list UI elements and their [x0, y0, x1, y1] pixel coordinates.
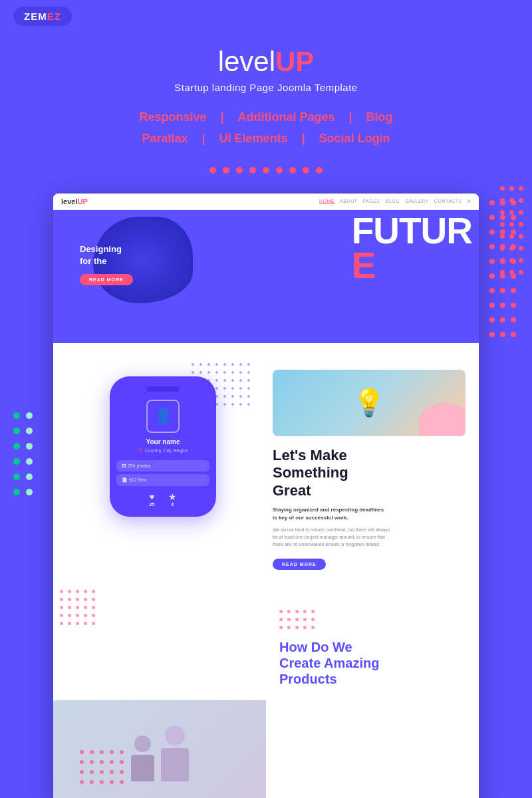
dot-1: [209, 167, 216, 174]
bottom-left-dots-decor: [60, 590, 266, 700]
phone-user-name: Your name: [116, 438, 209, 446]
files-arrow: ›: [203, 477, 204, 482]
lightbulb-icon: 💡: [352, 387, 386, 418]
separator-3: |: [201, 132, 208, 145]
photos-stat-row[interactable]: 🖼 256 photos ›: [116, 460, 209, 471]
files-stat-row[interactable]: 📄 612 files ›: [116, 474, 209, 486]
separator-1: |: [220, 110, 227, 124]
phone-bottom-row: ♥ 25 ★ 4: [116, 491, 209, 507]
right-content: 💡 Let's Make Something Great Staying org…: [273, 363, 466, 577]
lets-make-body: We do our best to reduce overhead, but t…: [273, 526, 466, 549]
mini-nav-logo-accent: UP: [77, 198, 87, 205]
zemez-logo: ZEMEZ: [13, 7, 72, 26]
nav-pages[interactable]: PAGES: [363, 199, 380, 204]
lets-make-read-more-button[interactable]: READ MORE: [273, 559, 326, 570]
phone-notch: [146, 386, 180, 392]
phone-mockup-area: 👤 Your name 📍 Country, City, Region 🖼 25…: [66, 363, 259, 577]
hero-read-more-button[interactable]: READ MORE: [80, 274, 133, 285]
person-2-head: [165, 726, 185, 745]
nav-about[interactable]: ABOUT: [340, 199, 358, 204]
nav-contacts[interactable]: CONTACTS: [434, 199, 462, 204]
feature-additional-pages: Additional Pages: [238, 110, 335, 124]
dot-3: [236, 167, 243, 174]
brand-level: level: [218, 46, 275, 77]
nav-gallery[interactable]: GALLERY: [405, 199, 429, 204]
how-do-we-title: How Do We Create Amazing Products: [279, 639, 469, 687]
separator-4: |: [302, 132, 309, 145]
mini-nav-links: HOME ABOUT PAGES BLOG GALLERY CONTACTS A: [319, 199, 471, 204]
avatar-icon: 👤: [154, 408, 172, 425]
person-1-body: [131, 755, 154, 781]
dot-7: [289, 167, 296, 174]
mini-nav: levelUP HOME ABOUT PAGES BLOG GALLERY CO…: [53, 194, 479, 210]
files-label: 📄 612 files: [122, 477, 146, 483]
left-side-dots: [13, 412, 35, 501]
brand-up: UP: [275, 46, 314, 77]
nav-blog[interactable]: BLOG: [386, 199, 400, 204]
feature-blog: Blog: [366, 110, 393, 124]
bottom-pink-dots: [80, 750, 126, 787]
brand-logo: levelUP: [27, 46, 505, 78]
mini-browser: levelUP HOME ABOUT PAGES BLOG GALLERY CO…: [53, 194, 479, 798]
hero-section: Designing for the READ MORE FUTUR E: [53, 210, 479, 343]
person-1-head: [134, 735, 151, 752]
lightbulb-pink-bg: [419, 403, 466, 436]
phone-avatar-box: 👤: [146, 400, 180, 433]
people-silhouettes: [131, 726, 189, 781]
dots-row: [27, 160, 505, 174]
person-2-body: [161, 748, 189, 781]
star-icon: ★: [168, 491, 177, 502]
top-bar: ZEMEZ: [0, 0, 532, 33]
lightbulb-image: 💡: [273, 370, 466, 436]
phone-mockup: 👤 Your name 📍 Country, City, Region 🖼 25…: [110, 376, 216, 517]
phone-avatar-area: 👤: [116, 400, 209, 433]
title-dots-grid: [279, 610, 469, 631]
nav-home[interactable]: HOME: [319, 199, 334, 204]
feature-social-login: Social Login: [319, 132, 390, 145]
header-area: levelUP Startup landing Page Joomla Temp…: [0, 33, 532, 194]
separator-2: |: [349, 110, 356, 124]
preview-wrapper: levelUP HOME ABOUT PAGES BLOG GALLERY CO…: [0, 194, 532, 798]
page-container: ZEMEZ levelUP Startup landing Page Jooml…: [0, 0, 532, 798]
dot-5: [263, 167, 269, 174]
feature-responsive: Responsive: [139, 110, 206, 124]
lets-make-title: Let's Make Something Great: [273, 447, 466, 499]
likes-count: 25: [149, 502, 154, 507]
mini-nav-logo: levelUP: [61, 198, 88, 205]
dot-8: [303, 167, 309, 174]
zemez-accent: EZ: [47, 11, 61, 22]
feature-parallax: Parallax: [142, 132, 188, 145]
dot-2: [223, 167, 229, 174]
feature-ui-elements: UI Elements: [219, 132, 288, 145]
features-row: Responsive | Additional Pages | Blog Par…: [27, 106, 505, 150]
lets-make-subtitle: Staying organized and respecting deadlin…: [273, 506, 466, 522]
phone-location: 📍 Country, City, Region: [116, 448, 209, 454]
likes-item: ♥ 25: [149, 491, 154, 507]
dot-9: [316, 167, 323, 174]
right-side-dots: [500, 186, 525, 279]
heart-icon: ♥: [149, 491, 154, 502]
person-1: [131, 735, 154, 781]
tagline: Startup landing Page Joomla Template: [27, 82, 505, 93]
stars-count: 4: [168, 502, 177, 507]
photos-label: 🖼 256 photos: [122, 464, 151, 468]
photos-arrow: ›: [203, 464, 204, 468]
nav-extra[interactable]: A: [467, 199, 471, 204]
dot-4: [249, 167, 256, 174]
dot-6: [276, 167, 283, 174]
content-section: 👤 Your name 📍 Country, City, Region 🖼 25…: [53, 343, 479, 597]
person-2: [161, 726, 189, 781]
stars-item: ★ 4: [168, 491, 177, 507]
bottom-left-content: How Do We Create Amazing Products: [266, 597, 479, 700]
hero-text-small: Designing for the: [80, 243, 466, 267]
